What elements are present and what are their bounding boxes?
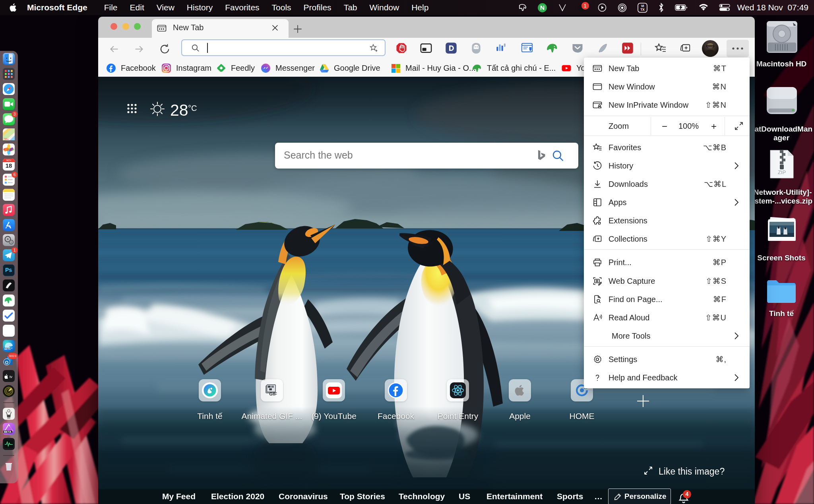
svg-text:ZIP: ZIP: [778, 169, 786, 175]
svg-text:tv: tv: [10, 375, 13, 379]
svg-text:GIF: GIF: [269, 391, 277, 396]
svg-text:TX: TX: [640, 8, 645, 12]
svg-text:O: O: [5, 360, 9, 365]
svg-text:VI: VI: [641, 4, 644, 8]
